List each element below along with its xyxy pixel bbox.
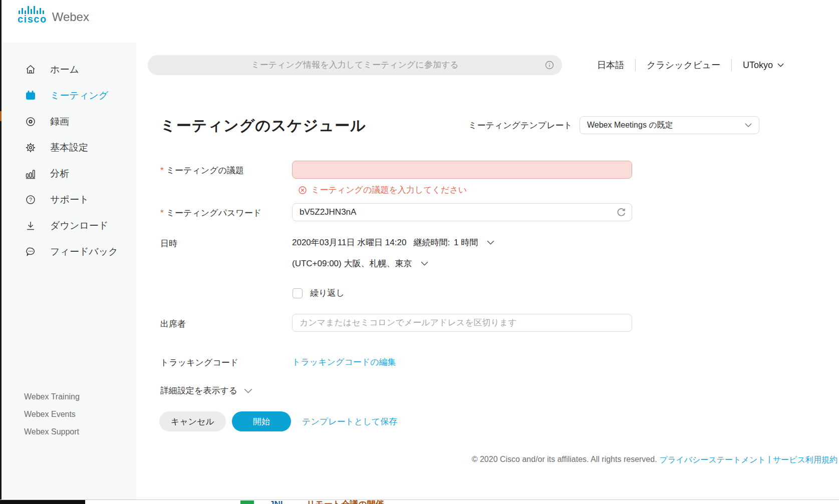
chevron-down-icon (487, 240, 494, 245)
chevron-down-icon (421, 261, 428, 266)
sidebar-link-webex-training[interactable]: Webex Training (24, 388, 80, 405)
language-selector[interactable]: 日本語 (597, 59, 635, 71)
action-buttons: キャンセル 開始 テンプレートとして保存 (159, 411, 397, 431)
recurrence-checkbox[interactable] (293, 288, 303, 298)
edit-tracking-code-link[interactable]: トラッキングコードの編集 (292, 356, 396, 368)
terms-of-service-link[interactable]: サービス利用規約 (773, 455, 837, 465)
topic-error: ミーティングの議題を入力してください (298, 184, 467, 196)
sidebar-item-label: フィードバック (50, 245, 118, 258)
webex-wordmark: Webex (52, 11, 89, 24)
webex-scheduler-page: cisco Webex ホーム (0, 0, 839, 504)
timezone-value: (UTC+09:00) 大阪、札幌、東京 (292, 258, 412, 269)
password-label-text: ミーティングパスワード (166, 208, 262, 218)
sidebar-item-meetings[interactable]: ミーティング (2, 83, 136, 109)
save-as-template-link[interactable]: テンプレートとして保存 (302, 416, 397, 427)
recurrence-row: 繰り返し (293, 287, 345, 299)
footer-separator: | (768, 455, 770, 465)
advanced-toggle-label: 詳細設定を表示する (160, 385, 237, 396)
recordings-icon (24, 115, 37, 128)
sidebar-item-home[interactable]: ホーム (2, 57, 136, 83)
topic-input[interactable] (292, 161, 632, 179)
feedback-icon (24, 245, 37, 258)
topic-error-text: ミーティングの議題を入力してください (311, 184, 467, 196)
user-menu[interactable]: UTokyo (732, 60, 784, 71)
sidebar: ホーム ミーティング 録画 (2, 43, 136, 499)
background-window-green-icon (240, 500, 254, 504)
main-content: 日本語 クラシックビュー UTokyo ミーティングのスケジュール ミーティング… (136, 43, 839, 499)
sidebar-footer-links: Webex Training Webex Events Webex Suppor… (24, 388, 80, 440)
recurrence-label: 繰り返し (310, 287, 345, 299)
sidebar-nav: ホーム ミーティング 録画 (2, 43, 136, 265)
regenerate-password-icon[interactable] (616, 207, 626, 217)
sidebar-link-webex-support[interactable]: Webex Support (24, 423, 80, 440)
cisco-webex-logo: cisco Webex (18, 6, 89, 24)
cisco-logo: cisco (18, 6, 47, 24)
datetime-label: 日時 (160, 238, 177, 249)
attendees-label: 出席者 (160, 318, 186, 330)
meeting-template-control: ミーティングテンプレート Webex Meetings の既定 (468, 116, 759, 134)
required-asterisk: * (160, 208, 164, 218)
show-advanced-settings-toggle[interactable]: 詳細設定を表示する (160, 385, 252, 396)
chevron-down-icon (244, 388, 252, 393)
password-field (292, 203, 632, 221)
sidebar-item-label: ダウンロード (50, 219, 108, 232)
search-input[interactable] (148, 55, 562, 75)
sidebar-item-downloads[interactable]: ダウンロード (2, 213, 136, 239)
error-icon (298, 186, 307, 195)
classic-view-link[interactable]: クラシックビュー (636, 59, 731, 71)
sidebar-item-label: ホーム (50, 63, 79, 76)
copyright-text: © 2020 Cisco and/or its affiliates. All … (472, 455, 657, 465)
password-input[interactable] (292, 203, 632, 221)
sidebar-item-preferences[interactable]: 基本設定 (2, 135, 136, 161)
sidebar-item-label: 録画 (50, 115, 69, 128)
info-icon[interactable] (545, 61, 554, 70)
background-window-text-orange: リモート会議の開催 (307, 499, 384, 504)
user-menu-label: UTokyo (743, 60, 773, 71)
screenshot-left-border (0, 0, 2, 499)
timezone-selector[interactable]: (UTC+09:00) 大阪、札幌、東京 (292, 258, 428, 269)
join-meeting-search (148, 55, 562, 75)
sidebar-item-label: 分析 (50, 167, 69, 180)
chevron-down-icon (777, 63, 784, 67)
cisco-wordmark: cisco (18, 15, 47, 24)
attendees-input[interactable] (292, 314, 632, 332)
downloads-icon (24, 219, 37, 232)
sidebar-item-label: ミーティング (50, 89, 108, 102)
sidebar-item-support[interactable]: ? サポート (2, 187, 136, 213)
analytics-chart-icon (24, 167, 37, 180)
duration-label: 継続時間: (413, 237, 450, 248)
chevron-down-icon (745, 123, 752, 127)
preferences-gear-icon (24, 141, 37, 154)
meetings-calendar-icon (24, 89, 37, 102)
sidebar-item-feedback[interactable]: フィードバック (2, 239, 136, 265)
background-window-text-blue: JNL (269, 499, 286, 504)
template-select[interactable]: Webex Meetings の既定 (580, 116, 759, 134)
tracking-label: トラッキングコード (160, 357, 238, 368)
topic-label-text: ミーティングの議題 (166, 166, 244, 175)
page-footer: © 2020 Cisco and/or its affiliates. All … (472, 455, 837, 465)
background-window-dark-bar (0, 500, 85, 504)
app-header: cisco Webex (2, 0, 839, 43)
required-asterisk: * (160, 166, 164, 175)
sidebar-link-webex-events[interactable]: Webex Events (24, 405, 80, 423)
template-selected-value: Webex Meetings の既定 (587, 120, 673, 131)
header-nav: 日本語 クラシックビュー UTokyo (597, 55, 784, 75)
page-title: ミーティングのスケジュール (160, 116, 366, 136)
svg-text:?: ? (29, 197, 32, 203)
duration-value: 1 時間 (454, 237, 478, 248)
cancel-button[interactable]: キャンセル (159, 411, 226, 431)
password-label: *ミーティングパスワード (160, 207, 261, 219)
sidebar-item-analytics[interactable]: 分析 (2, 161, 136, 187)
sidebar-item-recordings[interactable]: 録画 (2, 109, 136, 135)
sidebar-item-label: サポート (50, 193, 89, 206)
home-icon (24, 63, 37, 76)
template-label: ミーティングテンプレート (468, 120, 573, 131)
datetime-selector[interactable]: 2020年03月11日 水曜日 14:20 継続時間: 1 時間 (292, 237, 494, 248)
background-window-accent (0, 111, 2, 121)
background-window-strip: JNL リモート会議の開催 (0, 499, 839, 504)
privacy-statement-link[interactable]: プライバシーステートメント (660, 455, 766, 465)
topic-label: *ミーティングの議題 (160, 165, 244, 176)
sidebar-item-label: 基本設定 (50, 141, 88, 154)
start-button[interactable]: 開始 (232, 411, 291, 431)
datetime-value: 2020年03月11日 水曜日 14:20 (292, 237, 406, 248)
